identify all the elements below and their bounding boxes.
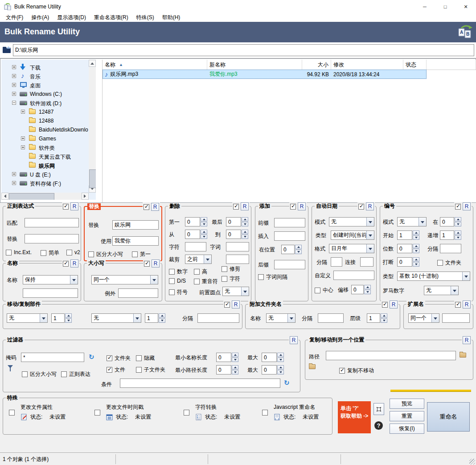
appendfolder-levels-spinner[interactable]: 1: [367, 313, 387, 323]
dropdown-arrow-icon[interactable]: [150, 276, 158, 284]
extension-input[interactable]: [442, 313, 470, 323]
column-header-size[interactable]: 大小: [302, 60, 331, 70]
dropdown-arrow-icon[interactable]: [431, 314, 439, 322]
tree-item-downloads[interactable]: 下载: [1, 63, 96, 72]
expand-plus-icon[interactable]: [12, 92, 16, 96]
char-conversion-icon[interactable]: [195, 414, 202, 421]
autodate-reset-button[interactable]: R: [366, 202, 374, 210]
filters-max2-spinner[interactable]: 0: [262, 365, 284, 374]
browse-folder-icon[interactable]: [460, 353, 466, 358]
numbering-folder-checkbox[interactable]: [437, 260, 443, 266]
add-wordspace-checkbox[interactable]: [258, 274, 264, 280]
spinner-arrows[interactable]: [364, 285, 371, 294]
remove-leaddots-dropdown[interactable]: 无: [222, 287, 249, 296]
add-prefix-input[interactable]: [274, 218, 305, 227]
replace-first-checkbox[interactable]: [132, 251, 138, 257]
replace-with-input[interactable]: 我爱你: [112, 236, 159, 246]
menu-rename-options[interactable]: 重命名选项(R): [90, 14, 132, 21]
movecopy-reset-button[interactable]: R: [232, 300, 240, 309]
context-help-mode-button[interactable]: [373, 403, 384, 415]
column-header-status[interactable]: 状态: [403, 60, 427, 70]
refresh-icon[interactable]: ↻: [89, 354, 94, 361]
autodate-custom-input[interactable]: [333, 271, 374, 280]
name-enable-checkbox[interactable]: [63, 261, 69, 267]
remove-from-spinner[interactable]: 0: [185, 230, 207, 239]
file-row-selected[interactable]: ♪娱乐网.mp3 我爱你.mp3 94.92 KB 2020/8/18 13:4…: [103, 70, 427, 79]
path-input[interactable]: D:\娱乐网: [13, 44, 474, 56]
remove-trim-checkbox[interactable]: [222, 266, 227, 272]
autodate-offset-spinner[interactable]: 0: [351, 285, 371, 294]
remove-reset-button[interactable]: R: [241, 202, 249, 210]
filters-cond-input[interactable]: [120, 379, 280, 388]
spinner-arrows[interactable]: [242, 230, 248, 239]
remove-crop-dropdown[interactable]: 之前: [185, 255, 212, 264]
expand-minus-icon[interactable]: [12, 101, 16, 105]
movecopy-count2-value[interactable]: 1: [145, 313, 158, 323]
filters-mask-input[interactable]: *: [21, 353, 84, 362]
special-charconv-checkbox[interactable]: [184, 410, 189, 416]
maximize-button[interactable]: □: [435, 0, 455, 13]
tree-item-software[interactable]: 软件类: [1, 143, 96, 152]
revert-button[interactable]: 恢复(I): [390, 424, 424, 434]
remove-first-spinner[interactable]: 0: [185, 217, 207, 226]
scroll-right-arrow[interactable]: [82, 193, 89, 200]
autodate-type-dropdown[interactable]: 创建时间(当前: [331, 230, 374, 240]
remove-from-value[interactable]: 0: [185, 230, 200, 239]
numbering-break-spinner[interactable]: 0: [397, 257, 419, 267]
regex-simple-checkbox[interactable]: [41, 250, 46, 256]
add-atpos-value[interactable]: 0: [281, 245, 295, 254]
menu-actions[interactable]: 操作(A): [27, 14, 53, 21]
spinner-arrows[interactable]: [455, 217, 461, 226]
movecopy-count1-spinner[interactable]: 1: [51, 313, 72, 323]
autodate-center-checkbox[interactable]: [315, 288, 320, 293]
tree-item-drive-f[interactable]: 资料存储 (F:): [1, 179, 96, 188]
filters-minpath-value[interactable]: 0: [216, 365, 231, 374]
regex-incext-checkbox[interactable]: [6, 250, 12, 255]
tree-item-drive-e[interactable]: U 盘 (E:): [1, 170, 96, 179]
dropdown-arrow-icon[interactable]: [70, 276, 78, 284]
numbering-incr-value[interactable]: 1: [440, 230, 454, 240]
add-reset-button[interactable]: R: [298, 202, 306, 210]
regex-v2-checkbox[interactable]: [66, 250, 72, 255]
tree-item-baidunetdisk[interactable]: BaiduNetdiskDownlo: [1, 125, 96, 134]
remove-chars-input[interactable]: [185, 242, 206, 251]
filters-regex-checkbox[interactable]: [61, 371, 67, 377]
tree-item-desktop[interactable]: 桌面: [1, 81, 96, 90]
column-header-newname[interactable]: 新名称: [207, 60, 302, 70]
filters-files-checkbox[interactable]: [107, 367, 112, 373]
filters-minname-value[interactable]: 0: [216, 353, 231, 362]
numbering-pad-value[interactable]: 0: [397, 244, 412, 253]
rename-button[interactable]: 重命名: [427, 402, 470, 432]
expand-plus-icon[interactable]: [12, 65, 16, 69]
preview-button[interactable]: 预览: [390, 399, 424, 409]
menu-display-options[interactable]: 显示选项(D): [53, 14, 90, 21]
menu-help[interactable]: 帮助(H): [158, 14, 185, 21]
spinner-arrows[interactable]: [232, 365, 238, 374]
remove-accents-checkbox[interactable]: [194, 279, 200, 284]
extension-enable-checkbox[interactable]: [455, 302, 461, 308]
appendfolder-sep-input[interactable]: [318, 313, 344, 323]
copyloc-reset-button[interactable]: R: [463, 336, 471, 344]
tree-item-tianyi[interactable]: 天翼云盘下载: [1, 152, 96, 161]
replace-reset-button[interactable]: R: [151, 203, 159, 211]
expand-plus-icon[interactable]: [21, 110, 25, 114]
filters-minname-spinner[interactable]: 0: [216, 353, 238, 362]
filters-hidden-checkbox[interactable]: [136, 355, 142, 361]
spinner-arrows[interactable]: [65, 313, 72, 323]
appendfolder-levels-value[interactable]: 1: [367, 313, 380, 323]
expand-plus-icon[interactable]: [12, 172, 16, 176]
tree-item-music[interactable]: ♪音乐: [1, 72, 96, 81]
expand-plus-icon[interactable]: [12, 83, 16, 87]
name-reset-button[interactable]: R: [70, 259, 78, 267]
name-input[interactable]: [23, 288, 78, 298]
numbering-pad-spinner[interactable]: 0: [397, 244, 419, 253]
remove-last-spinner[interactable]: 0: [226, 217, 248, 226]
scroll-thumb[interactable]: [9, 193, 54, 200]
spinner-arrows[interactable]: [413, 257, 419, 267]
appendfolder-enable-checkbox[interactable]: [382, 302, 388, 308]
dropdown-arrow-icon[interactable]: [462, 272, 470, 280]
regex-replace-input[interactable]: [25, 234, 79, 243]
numbering-at-spinner[interactable]: 0: [440, 217, 461, 226]
spinner-arrows[interactable]: [295, 245, 302, 254]
tree-item-12487[interactable]: 12487: [1, 107, 96, 116]
